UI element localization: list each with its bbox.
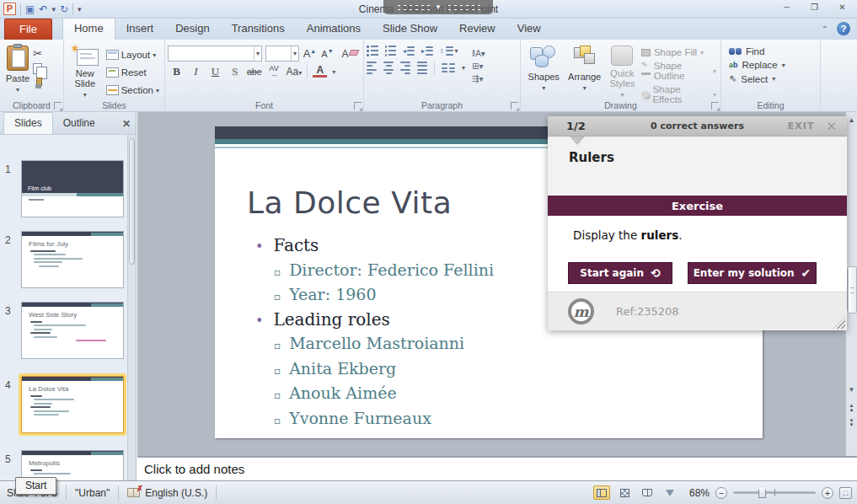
- fit-to-window-button[interactable]: ⛶: [839, 487, 852, 499]
- decrease-indent-button[interactable]: ◂: [403, 46, 415, 56]
- zoom-level[interactable]: 68%: [684, 487, 710, 499]
- convert-smartart-button[interactable]: ⇶▾: [472, 74, 485, 83]
- align-right-button[interactable]: [400, 62, 410, 75]
- paragraph-dialog-launcher[interactable]: [511, 102, 518, 110]
- shape-fill-button[interactable]: Shape Fill▾: [641, 47, 716, 57]
- clipboard-dialog-launcher[interactable]: [54, 102, 62, 110]
- italic-button[interactable]: I: [189, 65, 203, 78]
- slide-thumbnail-2[interactable]: Films for July: [21, 231, 124, 288]
- text-shadow-button[interactable]: S: [228, 65, 242, 78]
- theme-name[interactable]: "Urban": [67, 485, 119, 501]
- slide-thumbnail-4[interactable]: La Dolce Vita: [21, 376, 124, 433]
- find-button[interactable]: Find: [729, 46, 785, 56]
- select-button[interactable]: ⇖ Select▾: [729, 73, 785, 84]
- arrange-button[interactable]: Arrange ▾: [564, 42, 604, 99]
- tab-view[interactable]: View: [506, 18, 552, 40]
- language-cell[interactable]: English (U.S.): [119, 485, 217, 501]
- tab-slide-show[interactable]: Slide Show: [372, 18, 448, 40]
- shapes-button[interactable]: Shapes ▾: [523, 42, 564, 99]
- bold-button[interactable]: B: [169, 65, 184, 78]
- zoom-slider[interactable]: [733, 491, 816, 494]
- tab-insert[interactable]: Insert: [115, 18, 165, 40]
- help-icon[interactable]: ?: [837, 22, 850, 35]
- cut-button[interactable]: ✂: [33, 47, 43, 60]
- bullet-item: •Facts: [255, 234, 494, 259]
- grow-font-button[interactable]: A▲: [303, 47, 317, 60]
- font-color-button[interactable]: A: [313, 66, 327, 78]
- drawing-dialog-launcher[interactable]: [711, 102, 719, 110]
- bullet-item: ▫Yvonne Furneaux: [255, 407, 494, 432]
- tab-design[interactable]: Design: [164, 18, 220, 40]
- scroll-up-icon[interactable]: ▲: [846, 114, 857, 126]
- start-again-button[interactable]: Start again ⟲: [568, 262, 672, 284]
- copy-button[interactable]: [33, 63, 42, 74]
- view-reading-button[interactable]: [639, 485, 656, 500]
- new-slide-button[interactable]: ✶ New Slide ▾: [67, 42, 104, 99]
- zoom-slider-handle[interactable]: [758, 486, 766, 498]
- tab-transitions[interactable]: Transitions: [221, 18, 296, 40]
- bullets-button[interactable]: [367, 46, 378, 56]
- columns-button[interactable]: [442, 63, 455, 72]
- justify-button[interactable]: [417, 62, 427, 75]
- slide-body-text[interactable]: •Facts ▫Director: Federico Fellini ▫Year…: [255, 234, 494, 432]
- tab-home[interactable]: Home: [62, 17, 115, 40]
- tab-slides[interactable]: Slides: [3, 112, 53, 134]
- tab-outline[interactable]: Outline: [53, 113, 105, 134]
- slide-title[interactable]: La Dolce Vita: [247, 185, 452, 220]
- increase-indent-button[interactable]: ▸: [421, 46, 433, 56]
- align-center-button[interactable]: [383, 62, 394, 75]
- view-normal-button[interactable]: [593, 485, 610, 500]
- view-slide-sorter-button[interactable]: [616, 485, 633, 500]
- section-button[interactable]: Section▾: [104, 82, 162, 99]
- enter-solution-button[interactable]: Enter my solution ✔: [688, 262, 817, 284]
- clear-formatting-button[interactable]: A: [338, 48, 352, 60]
- next-slide-button[interactable]: ▼▼: [846, 416, 857, 430]
- minimize-ribbon-icon[interactable]: ⌃: [822, 24, 828, 34]
- replace-button[interactable]: ab Replace▾: [729, 60, 785, 70]
- resize-handle-icon[interactable]: [833, 317, 845, 329]
- text-direction-button[interactable]: ‖A▾: [472, 49, 485, 58]
- minimize-button[interactable]: ─: [775, 2, 798, 14]
- align-text-button[interactable]: ⊞▾: [472, 62, 485, 71]
- overlay-drag-handle[interactable]: ▼: [383, 0, 493, 14]
- panel-scrollbar[interactable]: [127, 135, 136, 480]
- notes-placeholder[interactable]: Click to add notes: [137, 458, 857, 476]
- line-spacing-button[interactable]: ↕▾: [440, 46, 458, 56]
- quick-styles-button[interactable]: Quick Styles ▾: [605, 42, 640, 99]
- slide-thumbnail-1[interactable]: Film club: [21, 160, 124, 217]
- notes-pane[interactable]: Click to add notes: [137, 456, 857, 480]
- character-spacing-button[interactable]: AV↔: [267, 65, 281, 78]
- font-size-select[interactable]: ▾: [265, 46, 299, 62]
- reset-button[interactable]: Reset: [104, 64, 162, 81]
- layout-button[interactable]: Layout▾: [104, 46, 162, 63]
- spell-check-icon[interactable]: [127, 488, 140, 497]
- restore-button[interactable]: ❐: [803, 2, 826, 14]
- zoom-in-button[interactable]: +: [822, 487, 833, 499]
- close-button[interactable]: ✕: [831, 2, 854, 14]
- paste-button[interactable]: Paste ▾: [3, 42, 33, 99]
- view-slideshow-button[interactable]: [661, 485, 678, 500]
- change-case-button[interactable]: Aa▾: [287, 66, 303, 78]
- format-painter-button[interactable]: [33, 78, 43, 89]
- numbering-button[interactable]: [385, 46, 397, 56]
- strikethrough-button[interactable]: abe: [247, 67, 262, 77]
- slide-thumbnail-3[interactable]: West Side Story: [21, 302, 124, 359]
- shape-outline-button[interactable]: Shape Outline▾: [641, 61, 716, 81]
- close-exercise-icon[interactable]: ✕: [826, 119, 847, 134]
- scroll-down-icon[interactable]: ▼: [846, 383, 857, 396]
- close-pane-icon[interactable]: ✕: [122, 118, 131, 134]
- exercise-title: Rulers: [548, 137, 847, 165]
- shrink-font-button[interactable]: A▼: [320, 48, 335, 59]
- zoom-out-button[interactable]: −: [715, 487, 727, 499]
- overlay-scroll-thumb[interactable]: [848, 266, 857, 314]
- underline-button[interactable]: U: [208, 65, 222, 78]
- chevron-down-icon[interactable]: ▾: [332, 68, 335, 76]
- previous-slide-button[interactable]: ▲▲: [846, 400, 857, 415]
- align-left-button[interactable]: [367, 62, 377, 75]
- file-tab[interactable]: File: [4, 19, 52, 40]
- tab-animations[interactable]: Animations: [296, 18, 372, 40]
- exit-button[interactable]: EXIT: [788, 121, 827, 131]
- tab-review[interactable]: Review: [448, 18, 506, 40]
- font-family-select[interactable]: ▾: [168, 46, 262, 62]
- font-dialog-launcher[interactable]: [354, 102, 362, 110]
